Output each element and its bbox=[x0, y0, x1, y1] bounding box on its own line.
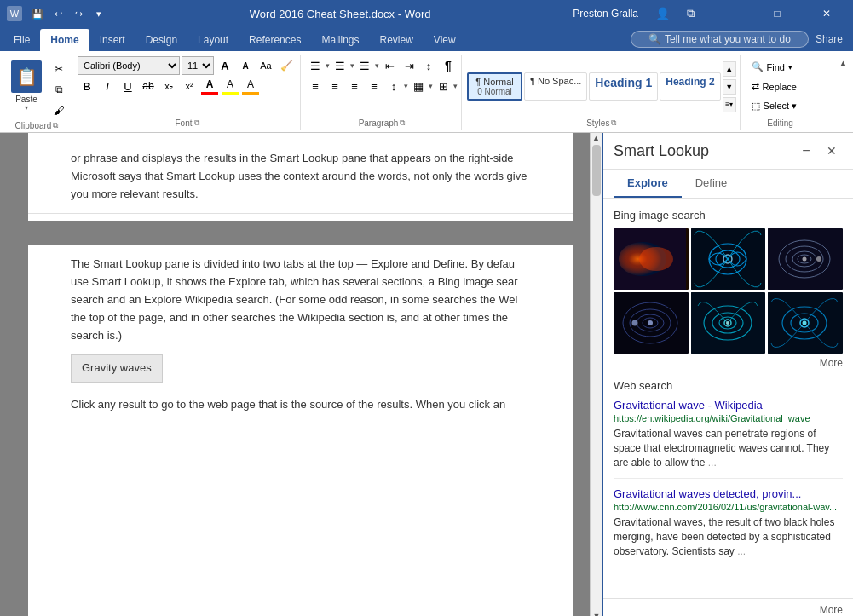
image-cell-1[interactable] bbox=[614, 228, 689, 290]
line-spacing-dropdown[interactable]: ▾ bbox=[404, 82, 408, 90]
show-hide-button[interactable]: ¶ bbox=[439, 56, 458, 75]
ribbon-display-button[interactable]: ⧉ bbox=[687, 7, 695, 20]
save-button[interactable]: 💾 bbox=[29, 5, 46, 22]
justify-button[interactable]: ≡ bbox=[365, 77, 383, 95]
borders-button[interactable]: ⊞ bbox=[434, 77, 452, 95]
find-button[interactable]: 🔍 Find ▾ bbox=[746, 58, 816, 76]
numbering-button[interactable]: ☰ bbox=[331, 56, 349, 75]
select-button[interactable]: ⬚ Select ▾ bbox=[746, 97, 816, 115]
styles-up-button[interactable]: ▲ bbox=[723, 61, 736, 77]
minimize-button[interactable]: ─ bbox=[708, 0, 747, 27]
bullets-dropdown[interactable]: ▾ bbox=[326, 61, 330, 70]
change-case-button[interactable]: Aa bbox=[256, 56, 275, 75]
tab-define[interactable]: Define bbox=[682, 170, 741, 198]
account-icon[interactable]: 👤 bbox=[655, 7, 670, 20]
image-cell-2[interactable] bbox=[691, 228, 766, 290]
tab-insert[interactable]: Insert bbox=[89, 29, 135, 51]
sort-button[interactable]: ↕ bbox=[419, 56, 438, 75]
search-icon: 🔍 bbox=[648, 33, 661, 45]
paste-button[interactable]: 📋 Paste ▾ bbox=[5, 56, 48, 116]
redo-button[interactable]: ↪ bbox=[70, 5, 87, 22]
scroll-up-arrow[interactable]: ▲ bbox=[591, 133, 602, 143]
styles-expand-button[interactable]: ≡▾ bbox=[723, 97, 736, 112]
grow-font-button[interactable]: A bbox=[216, 56, 234, 75]
pane-collapse-button[interactable]: − bbox=[795, 140, 817, 162]
tab-file[interactable]: File bbox=[3, 29, 40, 51]
tab-mailings[interactable]: Mailings bbox=[311, 29, 369, 51]
shading-dropdown[interactable]: ▾ bbox=[429, 82, 433, 90]
image-cell-6[interactable] bbox=[768, 292, 843, 354]
document-page: or phrase and displays the results in th… bbox=[28, 133, 573, 616]
font-name-select[interactable]: Calibri (Body) bbox=[78, 56, 180, 75]
style-heading2[interactable]: Heading 2 bbox=[660, 72, 720, 101]
format-painter-button[interactable]: 🖌 bbox=[49, 101, 68, 119]
vertical-scrollbar[interactable]: ▲ ▼ bbox=[590, 133, 602, 616]
numbering-dropdown[interactable]: ▾ bbox=[350, 61, 354, 70]
gravity-waves-button[interactable]: Gravity waves bbox=[71, 354, 163, 383]
tab-home[interactable]: Home bbox=[40, 29, 89, 51]
shading-button[interactable]: ▦ bbox=[409, 77, 428, 95]
font-size-select[interactable]: 11 bbox=[182, 56, 214, 75]
maximize-button[interactable]: □ bbox=[758, 0, 797, 27]
styles-launcher[interactable]: ⧉ bbox=[611, 118, 616, 128]
tab-review[interactable]: Review bbox=[369, 29, 423, 51]
text-color-button[interactable]: A bbox=[241, 77, 260, 92]
user-account[interactable]: Preston Gralla bbox=[573, 8, 638, 20]
title-bar-controls: Preston Gralla 👤 ⧉ ─ □ ✕ bbox=[573, 0, 846, 27]
close-button[interactable]: ✕ bbox=[807, 0, 846, 27]
multilevel-dropdown[interactable]: ▾ bbox=[375, 61, 379, 70]
align-left-button[interactable]: ≡ bbox=[306, 77, 325, 95]
replace-button[interactable]: ⇄ Replace bbox=[746, 78, 816, 95]
increase-indent-button[interactable]: ⇥ bbox=[400, 56, 418, 75]
tab-references[interactable]: References bbox=[239, 29, 311, 51]
tab-layout[interactable]: Layout bbox=[187, 29, 239, 51]
align-right-button[interactable]: ≡ bbox=[345, 77, 364, 95]
share-button[interactable]: Share bbox=[816, 33, 843, 45]
tab-design[interactable]: Design bbox=[135, 29, 187, 51]
tab-view[interactable]: View bbox=[424, 29, 466, 51]
tell-me-input[interactable]: 🔍 Tell me what you want to do bbox=[631, 31, 809, 48]
styles-down-button[interactable]: ▼ bbox=[723, 79, 736, 95]
svg-point-13 bbox=[816, 256, 821, 262]
style-no-spacing[interactable]: ¶ No Spac... bbox=[524, 72, 587, 101]
clear-formatting-button[interactable]: 🧹 bbox=[277, 56, 297, 75]
ribbon-body: 📋 Paste ▾ ✂ ⧉ 🖌 Clipboard ⧉ C bbox=[0, 51, 853, 133]
style-heading1[interactable]: Heading 1 bbox=[589, 72, 658, 101]
subscript-button[interactable]: x₂ bbox=[159, 77, 178, 95]
style-normal[interactable]: ¶ Normal 0 Normal bbox=[467, 72, 522, 101]
undo-button[interactable]: ↩ bbox=[49, 5, 66, 22]
font-launcher[interactable]: ⧉ bbox=[194, 118, 199, 128]
tab-explore[interactable]: Explore bbox=[614, 170, 682, 198]
collapse-ribbon-button[interactable]: ▲ bbox=[835, 55, 851, 68]
decrease-indent-button[interactable]: ⇤ bbox=[380, 56, 399, 75]
strikethrough-button[interactable]: ab bbox=[139, 77, 158, 95]
font-color-button[interactable]: A bbox=[200, 77, 219, 92]
customize-quick-access-button[interactable]: ▾ bbox=[90, 5, 107, 22]
search-result-2[interactable]: Gravitational waves detected, provin... … bbox=[614, 487, 843, 567]
line-spacing-button[interactable]: ↕ bbox=[384, 77, 403, 95]
bullets-button[interactable]: ☰ bbox=[306, 56, 325, 75]
bottom-more-link[interactable]: More bbox=[820, 604, 843, 616]
scroll-thumb[interactable] bbox=[592, 145, 601, 196]
pane-close-button[interactable]: ✕ bbox=[821, 140, 843, 162]
multilevel-list-button[interactable]: ☰ bbox=[355, 56, 374, 75]
borders-dropdown[interactable]: ▾ bbox=[453, 82, 458, 90]
scroll-down-arrow[interactable]: ▼ bbox=[591, 611, 602, 616]
superscript-button[interactable]: x² bbox=[180, 77, 199, 95]
svg-point-12 bbox=[803, 257, 807, 262]
cut-button[interactable]: ✂ bbox=[49, 60, 68, 78]
copy-button[interactable]: ⧉ bbox=[49, 80, 68, 99]
paragraph-launcher[interactable]: ⧉ bbox=[400, 118, 405, 128]
image-cell-3[interactable] bbox=[768, 228, 843, 290]
images-more-link[interactable]: More bbox=[614, 357, 843, 369]
shrink-font-button[interactable]: A bbox=[236, 56, 255, 75]
center-button[interactable]: ≡ bbox=[326, 77, 344, 95]
highlight-color-button[interactable]: A bbox=[221, 77, 239, 92]
underline-button[interactable]: U bbox=[118, 77, 137, 95]
image-cell-5[interactable] bbox=[691, 292, 766, 354]
search-result-1[interactable]: Gravitational wave - Wikipedia https://e… bbox=[614, 399, 843, 479]
image-cell-4[interactable] bbox=[614, 292, 689, 354]
clipboard-launcher[interactable]: ⧉ bbox=[53, 121, 58, 130]
italic-button[interactable]: I bbox=[98, 77, 117, 95]
bold-button[interactable]: B bbox=[78, 77, 96, 95]
